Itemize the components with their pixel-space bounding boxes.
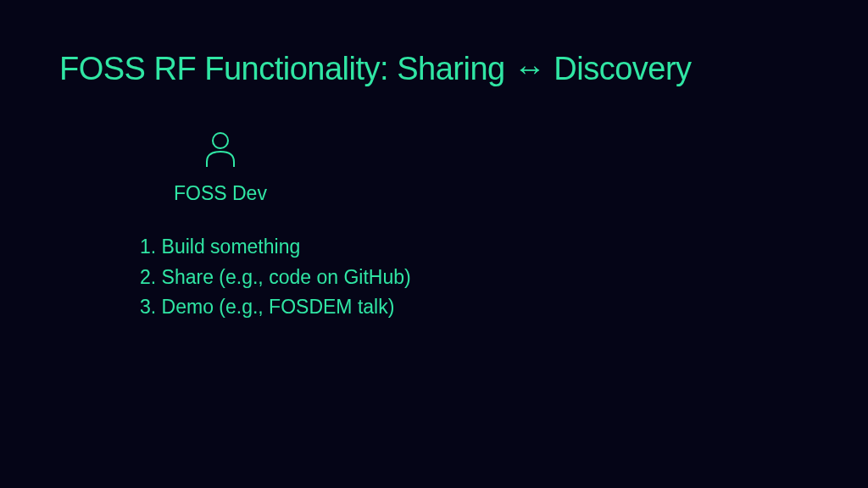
- slide-container: FOSS RF Functionality: Sharing ↔ Discove…: [0, 0, 868, 374]
- list-item: Share (e.g., code on GitHub): [140, 263, 809, 293]
- svg-point-0: [213, 133, 228, 148]
- steps-list: Build something Share (e.g., code on Git…: [140, 232, 809, 323]
- persona-label: FOSS Dev: [174, 182, 267, 205]
- list-item: Demo (e.g., FOSDEM talk): [140, 292, 809, 323]
- list-item-text: Demo (e.g., FOSDEM talk): [162, 296, 395, 318]
- persona-block: FOSS Dev: [174, 130, 267, 205]
- person-icon: [199, 130, 242, 175]
- slide-title: FOSS RF Functionality: Sharing ↔ Discove…: [59, 51, 809, 87]
- list-item-text: Share (e.g., code on GitHub): [162, 266, 411, 288]
- list-item: Build something: [140, 232, 809, 263]
- list-item-text: Build something: [162, 236, 301, 258]
